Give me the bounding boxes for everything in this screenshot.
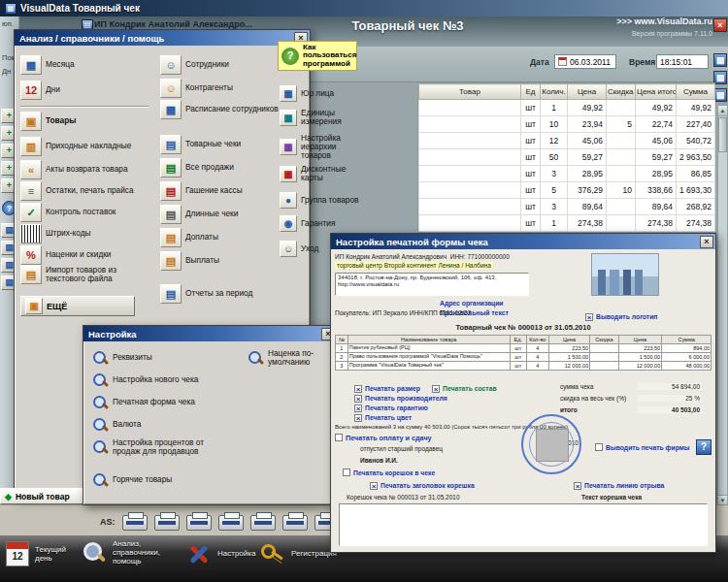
menu-item-incoming-invoices[interactable]: ▥Приходные накладные — [20, 137, 156, 156]
checkbox-icon[interactable] — [335, 434, 343, 441]
panel-button[interactable]: ▤ — [713, 71, 727, 84]
checkbox-icon[interactable] — [432, 385, 440, 393]
menu-item-all-sales[interactable]: ▤Все продажи — [160, 158, 234, 178]
col-header[interactable]: Товар — [419, 84, 521, 100]
print-color-checkbox[interactable]: Печатать цвет — [354, 414, 412, 422]
discount-value[interactable]: 25 % — [638, 395, 702, 402]
table-row[interactable]: шт 1 274,38 274,38 274,38 — [419, 215, 715, 232]
date-input[interactable]: 06.03.2011 — [554, 54, 616, 69]
printer-icon[interactable] — [122, 515, 148, 531]
print-size-checkbox[interactable]: Печатать размер — [354, 385, 420, 393]
printer-icon[interactable] — [282, 515, 308, 531]
table-row[interactable]: шт 3 89,64 89,64 268,92 — [419, 199, 715, 215]
col-header[interactable]: Колич. — [541, 84, 568, 100]
menu-item-barcodes[interactable]: Штрих-коды — [20, 224, 156, 243]
menu-item-payouts[interactable]: ▤Выплаты — [160, 251, 219, 271]
panel-button[interactable]: ▤ — [713, 88, 727, 102]
taskbar-item-settings[interactable]: Настройка — [186, 541, 255, 566]
checkbox-icon[interactable] — [354, 395, 362, 403]
menu-item-units[interactable]: ▦Единицы измерения — [280, 109, 363, 126]
menu-item-import-goods[interactable]: ▤Импорт товаров из текстового файла — [20, 265, 158, 284]
col-header[interactable]: Цена итоговая — [636, 84, 677, 100]
cell: 1 500,00 — [548, 353, 589, 362]
menu-item-days[interactable]: 12Дни — [20, 81, 60, 100]
menu-item-contractors[interactable]: ☺Контрагенты — [160, 79, 233, 98]
menu-item-receipts[interactable]: ▤Товарные чеки — [160, 135, 241, 154]
menu-item-legal-entities[interactable]: ▦Юр лица — [280, 85, 363, 102]
taskbar-item-analysis[interactable]: Анализ, справочники, помощь — [82, 539, 177, 566]
printer-icon[interactable] — [218, 515, 244, 531]
printer-icon[interactable] — [154, 515, 180, 531]
menu-item-discount-cards[interactable]: ▦Дисконтные карты — [280, 165, 363, 182]
menu-item-surcharges[interactable]: ▤Доплаты — [160, 228, 218, 247]
menu-item-cash-closing[interactable]: ▤Гашение кассы — [160, 181, 243, 201]
table-row[interactable]: шт 1 49,92 49,92 49,92 — [419, 100, 715, 116]
menu-item-goods-group[interactable]: ●Группа товаров — [280, 192, 363, 209]
menu-item-employees[interactable]: ☺Сотрудники — [160, 55, 229, 75]
checkbox-icon[interactable] — [354, 385, 362, 393]
print-warranty-checkbox[interactable]: Печатать гарантию — [354, 404, 428, 412]
close-icon[interactable]: × — [700, 236, 713, 248]
print-payment-checkbox[interactable]: Печатать оплату и сдачу — [335, 434, 432, 442]
print-tear-line-checkbox[interactable]: Печатать линию отрыва — [574, 482, 664, 490]
menu-item-goods-hierarchy[interactable]: ▦Настройка иерархии товаров — [280, 134, 363, 160]
help-button[interactable]: ? — [696, 439, 711, 455]
settings-item-hot-goods[interactable]: Горячие товары — [91, 471, 172, 489]
settings-item-print-form[interactable]: Печатная форма чека — [91, 394, 195, 411]
menu-item-goods[interactable]: ▣Товары — [20, 112, 76, 131]
table-row[interactable]: шт 50 59,27 59,27 2 963,50 — [419, 149, 715, 166]
table-row[interactable]: шт 12 45,06 45,06 540,72 — [419, 133, 715, 149]
col-header[interactable]: Цена — [568, 84, 607, 100]
print-stamp-checkbox[interactable]: Выводить печать фирмы — [595, 443, 690, 451]
more-button[interactable]: ▣ЕЩЁ — [20, 296, 135, 316]
menu-item-months[interactable]: ▦Месяца — [20, 55, 75, 75]
checkbox-icon[interactable] — [574, 482, 581, 490]
printer-icon[interactable] — [186, 515, 212, 531]
checkbox-icon[interactable] — [595, 443, 603, 451]
col-header[interactable]: Скидка % — [607, 84, 636, 100]
settings-item-sales-percent[interactable]: Настройка процентов от продаж для продав… — [91, 438, 237, 456]
settings-item-requisites[interactable]: Реквизиты — [91, 349, 152, 367]
new-goods-button[interactable]: ◆ Новый товар — [0, 488, 85, 504]
menu-item-supply-control[interactable]: ✓Контроль поставок — [20, 203, 156, 222]
print-stub-header-checkbox[interactable]: Печатать заголовок корешка — [370, 482, 475, 490]
table-row[interactable]: шт 5 376,29 10 338,66 1 693,30 — [419, 182, 715, 199]
company-stamp[interactable] — [521, 414, 581, 474]
time-input[interactable]: 18:15:01 — [656, 54, 709, 69]
checkbox-icon[interactable] — [354, 404, 362, 412]
checkbox-icon[interactable] — [354, 414, 362, 422]
menu-item-warranty[interactable]: ◉Гарантия — [280, 215, 363, 232]
printer-icon[interactable] — [250, 515, 276, 531]
scrollbar-thumb[interactable] — [718, 117, 727, 152]
settings-item-default-markup[interactable]: Наценка по-умолчанию — [247, 349, 336, 367]
vertical-scrollbar[interactable]: ▲ ▼ — [717, 105, 728, 506]
panel-button[interactable]: ▤ — [713, 53, 727, 67]
address-label[interactable]: Адрес организации — [440, 300, 504, 307]
print-composition-checkbox[interactable]: Печатать состав — [432, 385, 497, 393]
print-manufacturer-checkbox[interactable]: Печатать производителя — [354, 395, 447, 403]
checkbox-icon[interactable] — [343, 469, 350, 476]
table-row[interactable]: шт 3 28,95 28,95 86,85 — [419, 166, 715, 182]
settings-item-currency[interactable]: Валюта — [91, 416, 141, 434]
menu-item-return-acts[interactable]: «Акты возврата товара — [20, 160, 156, 179]
print-stub-checkbox[interactable]: Печатать корешок в чеке — [343, 469, 435, 476]
menu-item-long-receipts[interactable]: ▤Длинные чеки — [160, 205, 238, 224]
menu-item-period-reports[interactable]: ▤Отчеты за период — [160, 284, 252, 304]
checkbox-icon[interactable] — [585, 313, 593, 321]
address-box[interactable]: 344018, г. Ростов-на-Дону, пр. Буденновс… — [335, 273, 529, 296]
settings-item-new-receipt[interactable]: Настройка нового чека — [91, 372, 198, 389]
col-header[interactable]: Сумма — [677, 84, 715, 100]
logo-checkbox[interactable]: Выводить логотип — [585, 313, 657, 321]
menu-item-markups-discounts[interactable]: %Наценки и скидки — [20, 245, 156, 265]
how-to-use-button[interactable]: ? Как пользоваться программой — [278, 41, 357, 71]
stub-text-area[interactable] — [339, 503, 708, 546]
col-header[interactable]: Ед — [521, 84, 541, 100]
taskbar-item-current-day[interactable]: 12 Текущий день — [6, 541, 80, 566]
table-row[interactable]: шт 10 23,94 5 22,74 227,40 — [419, 116, 715, 133]
close-icon[interactable]: × — [713, 18, 727, 32]
menu-item-stock-pricelist[interactable]: ≡Остатки, печать прайса — [20, 181, 156, 201]
site-link[interactable]: >>> www.VisualData.ru — [616, 16, 712, 26]
scroll-up-icon[interactable]: ▲ — [718, 106, 727, 116]
taskbar-item-registration[interactable]: Регистрация — [260, 541, 337, 566]
checkbox-icon[interactable] — [370, 482, 378, 490]
